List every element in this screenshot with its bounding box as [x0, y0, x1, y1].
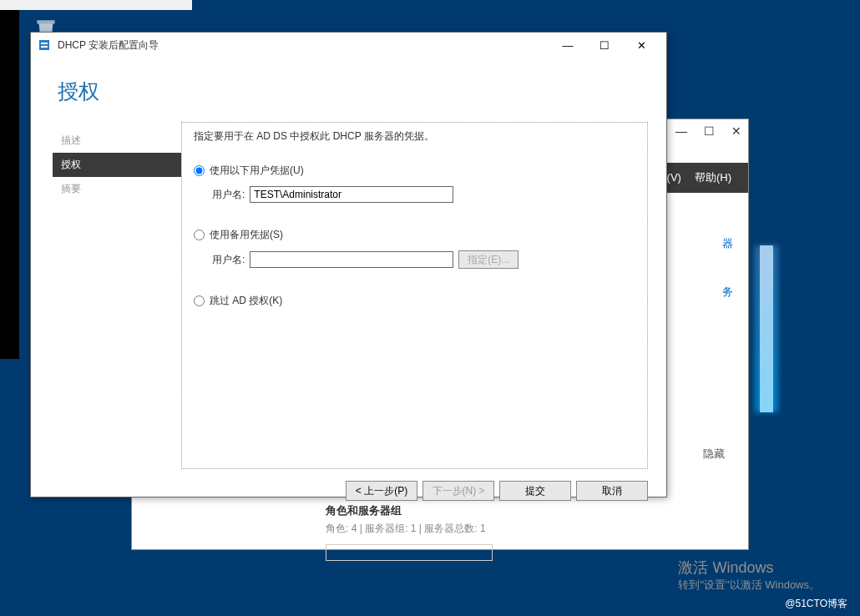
top-taskbar: [0, 0, 192, 10]
previous-button[interactable]: < 上一步(P): [346, 481, 417, 501]
decorative-glow-inner: [760, 245, 773, 412]
menu-help[interactable]: 帮助(H): [695, 170, 731, 185]
bg-minimize-button[interactable]: —: [675, 124, 687, 138]
svg-rect-1: [41, 43, 48, 44]
radio-skip-ad-auth[interactable]: [194, 295, 205, 306]
username-label: 用户名:: [212, 188, 245, 202]
blog-watermark: @51CTO博客: [785, 597, 847, 611]
alt-username-input: [250, 251, 453, 268]
wizard-content: 指定要用于在 AD DS 中授权此 DHCP 服务器的凭据。 使用以下用户凭据(…: [181, 122, 648, 469]
wizard-app-icon: [38, 38, 51, 52]
nav-item-description[interactable]: 描述: [58, 129, 181, 153]
next-button: 下一步(N) >: [422, 481, 494, 501]
wizard-heading: 授权: [31, 58, 666, 122]
activation-title: 激活 Windows: [678, 558, 820, 578]
radio-group-alt-creds: 使用备用凭据(S) 用户名: 指定(E)...: [194, 228, 635, 269]
svg-rect-0: [39, 40, 49, 50]
radio-use-alt-label: 使用备用凭据(S): [210, 228, 283, 242]
nav-item-summary[interactable]: 摘要: [58, 177, 181, 201]
radio-use-user-label: 使用以下用户凭据(U): [210, 164, 304, 178]
bg-link-server[interactable]: 器: [666, 236, 733, 251]
radio-use-user-credentials[interactable]: [194, 165, 205, 176]
wizard-nav: 描述 授权 摘要: [31, 122, 181, 469]
dhcp-wizard-dialog: DHCP 安装后配置向导 — ☐ ✕ 授权 描述 授权 摘要 指定要用于在 AD…: [30, 32, 667, 497]
windows-activation-watermark: 激活 Windows 转到"设置"以激活 Windows。: [678, 558, 820, 593]
bg-link-service[interactable]: 务: [666, 285, 733, 300]
radio-group-skip: 跳过 AD 授权(K): [194, 294, 635, 308]
roles-subtitle: 角色: 4 | 服务器组: 1 | 服务器总数: 1: [326, 522, 493, 536]
alt-username-label: 用户名:: [212, 253, 245, 267]
nav-item-authorization[interactable]: 授权: [53, 153, 181, 177]
specify-button: 指定(E)...: [458, 250, 519, 269]
minimize-button[interactable]: —: [549, 33, 586, 57]
roles-box: [326, 544, 493, 561]
instruction-text: 指定要用于在 AD DS 中授权此 DHCP 服务器的凭据。: [194, 129, 635, 144]
maximize-button[interactable]: ☐: [586, 33, 623, 57]
wizard-titlebar[interactable]: DHCP 安装后配置向导 — ☐ ✕: [31, 33, 666, 58]
black-strip: [0, 10, 19, 359]
activation-subtitle: 转到"设置"以激活 Windows。: [678, 578, 820, 593]
svg-rect-2: [41, 46, 48, 48]
bg-maximize-button[interactable]: ☐: [704, 124, 715, 138]
wizard-title: DHCP 安装后配置向导: [58, 38, 549, 53]
username-input[interactable]: [250, 186, 453, 203]
radio-skip-label: 跳过 AD 授权(K): [210, 294, 282, 308]
submit-button[interactable]: 提交: [499, 481, 571, 501]
bg-close-button[interactable]: ✕: [731, 124, 741, 138]
wizard-footer: < 上一步(P) 下一步(N) > 提交 取消: [31, 469, 666, 512]
close-button[interactable]: ✕: [623, 33, 660, 57]
radio-group-user-creds: 使用以下用户凭据(U) 用户名:: [194, 164, 635, 203]
cancel-button[interactable]: 取消: [576, 481, 648, 501]
radio-use-alternate-credentials[interactable]: [194, 230, 205, 240]
bg-window-controls: — ☐ ✕: [675, 124, 741, 138]
bg-hide-link[interactable]: 隐藏: [703, 447, 725, 462]
